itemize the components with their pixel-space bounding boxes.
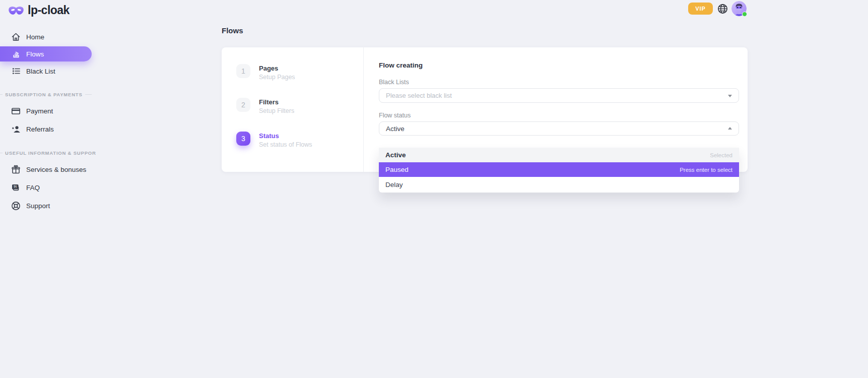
vip-button[interactable]: VIP <box>688 3 713 15</box>
step-subtitle: Set status of Flows <box>259 141 312 148</box>
home-icon <box>11 32 21 42</box>
option-label: Delay <box>385 181 403 188</box>
person-star-icon <box>11 124 21 134</box>
option-paused[interactable]: Paused Press enter to select <box>379 162 739 177</box>
step-number-badge: 1 <box>236 64 250 78</box>
sidebar-section-header: USEFUL INFORMATION & SUPPORT <box>0 149 96 156</box>
chevron-up-icon <box>728 127 732 130</box>
step-status[interactable]: 3 Status Set status of Flows <box>236 132 363 148</box>
brand-logo[interactable]: lp-cloak <box>8 4 70 17</box>
step-subtitle: Setup Pages <box>259 74 295 81</box>
flow-status-value: Active <box>386 125 405 133</box>
flow-status-select[interactable]: Active <box>379 121 739 136</box>
divider <box>0 94 3 95</box>
step-filters[interactable]: 2 Filters Setup Filters <box>236 98 363 114</box>
sidebar-item-label: Referrals <box>26 125 54 133</box>
sidebar-section-header: SUBSCRIPTION & PAYMENTS <box>0 91 96 98</box>
option-hint: Press enter to select <box>680 167 732 173</box>
black-lists-select[interactable]: Please select black list <box>379 88 739 103</box>
user-avatar[interactable] <box>731 1 747 16</box>
flows-stack-icon <box>11 49 21 59</box>
faq-chat-icon: ?! <box>11 183 21 193</box>
option-active[interactable]: Active Selected <box>379 148 739 162</box>
language-globe-icon[interactable] <box>717 4 728 14</box>
sidebar: Home Flows <box>0 28 96 215</box>
sidebar-item-label: Black List <box>26 68 55 75</box>
lifebuoy-icon <box>11 201 21 211</box>
svg-text:?!: ?! <box>13 185 17 188</box>
step-title: Pages <box>259 64 295 72</box>
sidebar-item-faq[interactable]: ?! FAQ <box>0 178 96 197</box>
flow-form: Flow creating Black Lists Please select … <box>364 47 748 172</box>
gift-icon <box>11 165 21 174</box>
list-icon <box>11 67 21 76</box>
sidebar-item-label: Payment <box>26 107 53 115</box>
page-title: Flows <box>222 26 748 35</box>
flow-creating-card: 1 Pages Setup Pages 2 Filters Setup Filt… <box>222 47 748 172</box>
credit-card-icon <box>11 106 21 116</box>
sidebar-item-label: FAQ <box>26 184 40 192</box>
top-bar: lp-cloak VIP <box>0 0 868 20</box>
step-subtitle: Setup Filters <box>259 107 294 114</box>
sidebar-item-label: Home <box>26 33 44 41</box>
flow-status-dropdown: Active Selected Paused Press enter to se… <box>379 148 739 193</box>
step-number-badge: 2 <box>236 98 250 112</box>
divider <box>85 94 92 95</box>
divider <box>0 153 3 153</box>
step-number-badge: 3 <box>236 132 250 146</box>
sidebar-item-label: Flows <box>26 50 44 58</box>
brand-name: lp-cloak <box>28 4 70 17</box>
sidebar-item-black-list[interactable]: Black List <box>0 62 96 80</box>
sidebar-item-referrals[interactable]: Referrals <box>0 120 96 138</box>
step-pages[interactable]: 1 Pages Setup Pages <box>236 64 363 81</box>
sidebar-item-flows[interactable]: Flows <box>0 46 92 61</box>
sidebar-item-services-bonuses[interactable]: Services & bonuses <box>0 160 96 178</box>
step-title: Status <box>259 132 312 140</box>
main-content: Flows 1 Pages Setup Pages 2 Filters Setu… <box>222 26 748 172</box>
option-label: Active <box>385 151 406 159</box>
online-status-dot <box>742 12 747 17</box>
black-lists-placeholder: Please select black list <box>386 92 452 99</box>
option-delay[interactable]: Delay <box>379 177 739 193</box>
form-title: Flow creating <box>379 61 739 70</box>
mask-logo-icon <box>8 5 24 16</box>
option-label: Paused <box>385 166 409 173</box>
black-lists-label: Black Lists <box>379 78 739 86</box>
flow-status-label: Flow status <box>379 111 739 119</box>
sidebar-item-label: Support <box>26 202 50 210</box>
sidebar-item-home[interactable]: Home <box>0 28 96 45</box>
sidebar-item-payment[interactable]: Payment <box>0 102 96 120</box>
option-hint: Selected <box>710 152 732 158</box>
step-title: Filters <box>259 98 294 106</box>
flow-stepper: 1 Pages Setup Pages 2 Filters Setup Filt… <box>222 47 364 172</box>
sidebar-item-label: Services & bonuses <box>26 166 86 173</box>
chevron-down-icon <box>728 95 732 97</box>
sidebar-item-support[interactable]: Support <box>0 197 96 215</box>
